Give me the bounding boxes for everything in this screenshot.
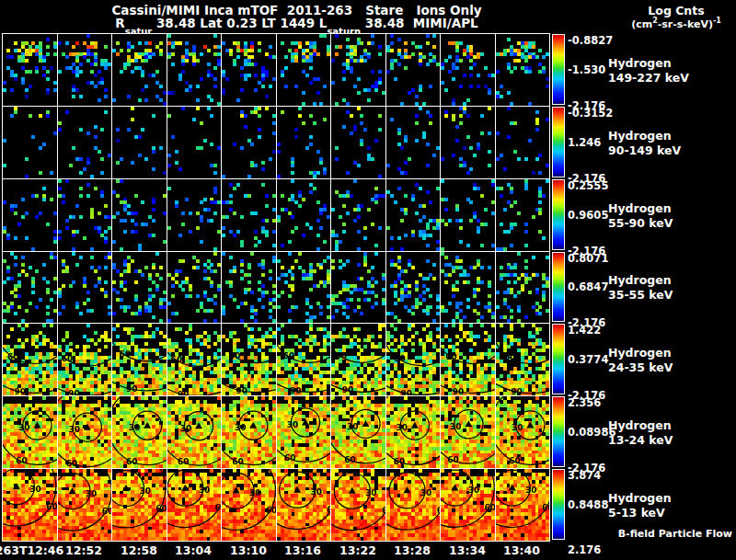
row-energy-row2: 90-149 keV — [608, 143, 681, 157]
colorbar-row5 — [552, 324, 565, 394]
heatmap-panel-row7-col2 — [58, 469, 111, 541]
heatmap-panel-row2-col5 — [222, 107, 276, 178]
row-species-row2: Hydrogen — [608, 129, 672, 143]
units-mid: -sr-s-keV) — [658, 18, 713, 30]
colorbar-max-row5: 1.422 — [568, 324, 601, 337]
heatmap-panel-row7-col3 — [112, 469, 167, 541]
heatmap-panel-row4-col10 — [496, 252, 549, 323]
position-values: 38.48 Lat 0.23 LT 1449 L — [152, 16, 327, 30]
heatmap-panel-row4-col2 — [58, 252, 111, 323]
col-separator-3 — [167, 33, 167, 542]
time-label-2: 12:52 — [65, 543, 102, 557]
row-energy-row1: 149-227 keV — [608, 71, 689, 85]
colorbar-max-row3: 0.2555 — [568, 179, 608, 192]
colorbar-max-row7: 3.874 — [568, 469, 601, 482]
colorbar-mid-row3: 0.9605 — [568, 209, 608, 222]
heatmap-panel-row3-col3 — [112, 179, 167, 251]
col-separator-5 — [276, 33, 277, 542]
heatmap-panel-row6-col5 — [222, 396, 276, 468]
heatmap-panel-row7-col10 — [496, 469, 549, 541]
heatmap-panel-row3-col7 — [331, 179, 385, 251]
col-separator-0 — [2, 33, 3, 542]
colorbar-mid-row5: 0.3774 — [568, 353, 608, 366]
colorbar-min-row7: 2.176 — [568, 543, 601, 556]
heatmap-panel-row6-col10 — [496, 396, 549, 468]
colorbar-row3 — [552, 179, 565, 250]
colorbar-row1 — [552, 34, 565, 105]
units-sup-neg1: -1 — [713, 17, 721, 25]
heatmap-panel-row3-col6 — [277, 179, 330, 251]
heatmap-panel-row5-col3 — [112, 324, 167, 395]
heatmap-panel-row1-col6 — [277, 34, 330, 106]
heatmap-panel-row1-col7 — [331, 34, 385, 106]
colorbar-max-row4: 0.8071 — [568, 252, 608, 265]
row-species-row5: Hydrogen — [608, 346, 672, 360]
col-separator-2 — [111, 33, 112, 542]
colorbar-units: (cm2-sr-s-keV)-1 — [607, 17, 736, 30]
time-label-1: 263T12:46 — [0, 543, 63, 557]
heatmap-panel-row2-col10 — [496, 107, 549, 178]
heatmap-panel-row5-col10 — [496, 324, 549, 395]
colorbar-max-row6: 2.356 — [568, 396, 601, 409]
time-label-9: 13:34 — [449, 543, 486, 557]
row-species-row6: Hydrogen — [608, 418, 672, 432]
heatmap-panel-row5-col2 — [58, 324, 111, 395]
colorbar-row7 — [552, 469, 565, 540]
heatmap-panel-row4-col5 — [222, 252, 276, 323]
heatmap-panel-row5-col1 — [3, 324, 57, 395]
heatmap-panel-row5-col7 — [331, 324, 385, 395]
heatmap-panel-row1-col1 — [3, 34, 57, 106]
heatmap-panel-row3-col4 — [167, 179, 221, 251]
heatmap-panel-row4-col1 — [3, 252, 57, 323]
heatmap-panel-row1-col10 — [496, 34, 549, 106]
heatmap-panel-row2-col4 — [167, 107, 221, 178]
r-label: R — [115, 16, 124, 30]
time-label-6: 13:16 — [284, 543, 321, 557]
heatmap-panel-row1-col5 — [222, 34, 276, 106]
heatmap-panel-row7-col9 — [441, 469, 495, 541]
colorbar-row4 — [552, 252, 565, 322]
heatmap-panel-row5-col8 — [386, 324, 440, 395]
heatmap-panel-row6-col8 — [386, 396, 440, 468]
colorbar-title: Log Cnts — [607, 4, 736, 17]
col-separator-8 — [440, 33, 441, 542]
heatmap-panel-row5-col4 — [167, 324, 221, 395]
heatmap-panel-row2-col6 — [277, 107, 330, 178]
position-line: Rsatur 38.48 Lat 0.23 LT 1449 Lsaturn 38… — [0, 16, 593, 33]
units-pre: (cm — [631, 18, 652, 30]
colorbar-max-row1: -0.8827 — [568, 34, 613, 47]
heatmap-panel-row7-col8 — [386, 469, 440, 541]
time-label-7: 13:22 — [339, 543, 376, 557]
cassini-mimi-inca-display: Cassini/MIMI Inca mTOF 2011-263 Stare Io… — [0, 0, 736, 560]
heatmap-panel-row6-col7 — [331, 396, 385, 468]
heatmap-panel-row2-col1 — [3, 107, 57, 178]
bfield-annotation: B-field Particle Flow — [618, 528, 732, 540]
heatmap-panel-row6-col4 — [167, 396, 221, 468]
heatmap-panel-row7-col1 — [3, 469, 57, 541]
col-separator-7 — [385, 33, 386, 542]
heatmap-panel-row3-col9 — [441, 179, 495, 251]
heatmap-panel-row4-col9 — [441, 252, 495, 323]
colorbar-row6 — [552, 396, 565, 467]
heatmap-panel-row6-col9 — [441, 396, 495, 468]
row-species-row4: Hydrogen — [608, 273, 672, 287]
heatmap-panel-row2-col2 — [58, 107, 111, 178]
time-label-10: 13:40 — [503, 543, 540, 557]
heatmap-panel-row3-col2 — [58, 179, 111, 251]
heatmap-panel-row2-col8 — [386, 107, 440, 178]
time-label-3: 12:58 — [121, 543, 157, 557]
col-separator-4 — [221, 33, 222, 542]
heatmap-panel-row6-col1 — [3, 396, 57, 468]
col-separator-6 — [330, 33, 331, 542]
heatmap-panel-row3-col10 — [496, 179, 549, 251]
colorbar-max-row2: -0.3152 — [568, 107, 613, 120]
heatmap-panel-row6-col2 — [58, 396, 111, 468]
heatmap-panel-row3-col5 — [222, 179, 276, 251]
time-label-4: 13:04 — [175, 543, 212, 557]
colorbar-mid-row1: -1.530 — [568, 63, 605, 76]
colorbar-mid-row2: 1.246 — [568, 136, 601, 149]
heatmap-panel-row1-col2 — [58, 34, 111, 106]
heatmap-panel-row3-col8 — [386, 179, 440, 251]
heatmap-panel-row2-col3 — [112, 107, 167, 178]
time-label-5: 13:10 — [230, 543, 267, 557]
